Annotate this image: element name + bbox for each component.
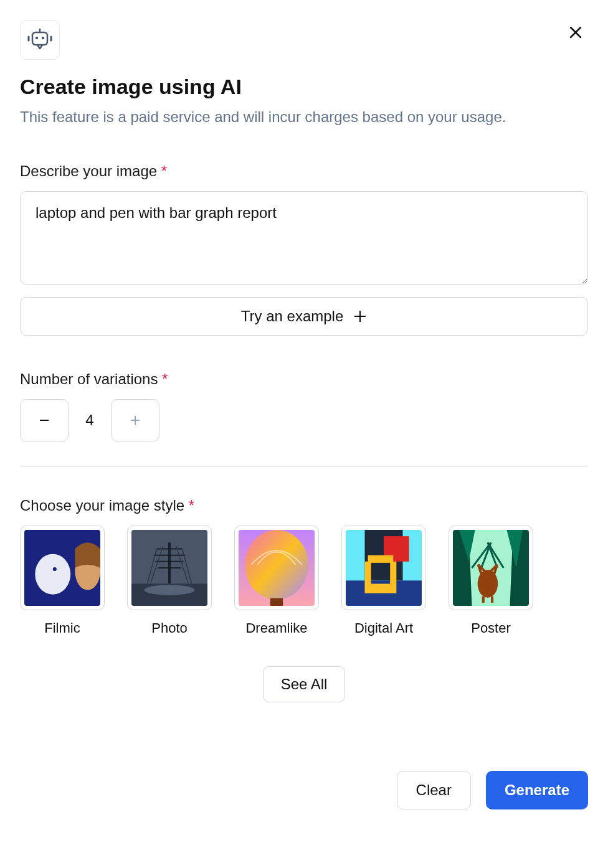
try-example-button[interactable]: Try an example	[20, 297, 588, 336]
style-digital-art[interactable]: Digital Art	[341, 526, 426, 636]
svg-rect-0	[32, 32, 47, 45]
required-asterisk: *	[161, 163, 167, 179]
bot-icon	[27, 29, 52, 51]
svg-point-15	[35, 554, 70, 594]
close-icon	[568, 25, 583, 40]
try-example-label: Try an example	[241, 308, 344, 325]
required-asterisk: *	[162, 370, 168, 387]
style-thumb-filmic	[20, 526, 105, 610]
style-filmic[interactable]: Filmic	[20, 526, 105, 636]
svg-point-24	[245, 530, 308, 600]
plus-icon	[129, 414, 141, 427]
see-all-button[interactable]: See All	[263, 666, 346, 702]
filmic-thumbnail-icon	[24, 530, 100, 606]
svg-point-18	[53, 567, 57, 571]
page-title: Create image using AI	[20, 75, 588, 99]
svg-rect-25	[270, 598, 283, 605]
svg-point-22	[144, 585, 194, 595]
style-label-text: Digital Art	[354, 620, 413, 636]
svg-point-16	[45, 559, 52, 569]
clear-button[interactable]: Clear	[397, 771, 471, 809]
variations-label-text: Number of variations	[20, 370, 158, 387]
required-asterisk: *	[189, 497, 194, 514]
increment-button[interactable]	[111, 399, 159, 441]
generate-button[interactable]: Generate	[486, 771, 588, 809]
style-thumb-dreamlike	[234, 526, 319, 610]
svg-rect-30	[368, 555, 394, 562]
decrement-button[interactable]	[20, 399, 69, 441]
divider	[20, 466, 588, 467]
poster-thumbnail-icon	[453, 530, 529, 606]
svg-point-1	[36, 37, 38, 39]
style-poster[interactable]: Poster	[449, 526, 533, 636]
style-photo[interactable]: Photo	[127, 526, 212, 636]
variations-stepper: 4	[20, 399, 588, 441]
style-label-text: Filmic	[44, 620, 80, 636]
digital-art-thumbnail-icon	[346, 530, 422, 606]
style-label-text: Poster	[471, 620, 511, 636]
svg-point-2	[42, 37, 44, 39]
variations-label: Number of variations *	[20, 370, 588, 388]
dreamlike-thumbnail-icon	[239, 530, 315, 606]
style-thumb-photo	[127, 526, 212, 610]
styles-row: Filmic Photo	[20, 526, 588, 636]
describe-label-text: Describe your image	[20, 163, 157, 179]
style-thumb-poster	[449, 526, 533, 610]
variations-value: 4	[83, 412, 96, 429]
style-label-text: Choose your image style	[20, 497, 184, 514]
style-dreamlike[interactable]: Dreamlike	[234, 526, 319, 636]
ai-bot-logo	[20, 20, 60, 60]
footer-actions: Clear Generate	[20, 771, 588, 809]
describe-label: Describe your image *	[20, 163, 588, 180]
style-label-text: Photo	[151, 620, 188, 636]
style-label: Choose your image style *	[20, 497, 588, 514]
describe-input[interactable]	[20, 191, 588, 285]
page-subtitle: This feature is a paid service and will …	[20, 106, 588, 128]
close-button[interactable]	[563, 20, 588, 45]
style-label-text: Dreamlike	[245, 620, 307, 636]
plus-icon	[353, 309, 367, 323]
minus-icon	[38, 414, 50, 427]
photo-thumbnail-icon	[131, 530, 207, 606]
style-thumb-digital-art	[341, 526, 426, 610]
